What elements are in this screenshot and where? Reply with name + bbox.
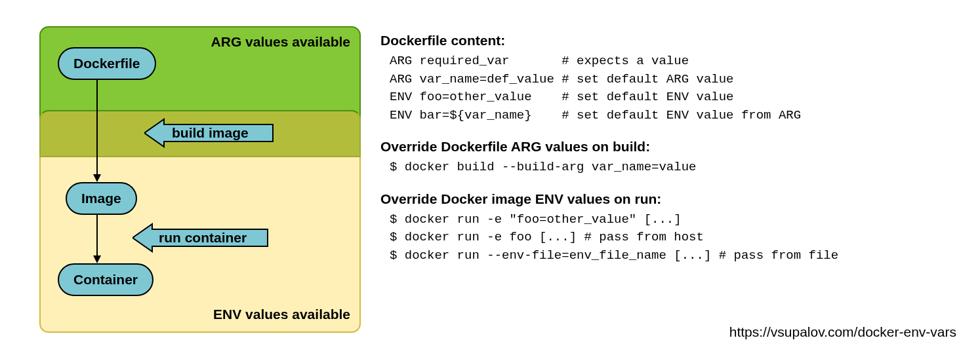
node-image: Image [66, 182, 137, 215]
code-dockerfile-content: ARG required_var # expects a value ARG v… [390, 52, 951, 124]
node-label: Container [73, 272, 138, 288]
source-url: https://vsupalov.com/docker-env-vars [729, 324, 956, 340]
env-scope-label: ENV values available [213, 307, 350, 322]
arg-scope-label: ARG values available [211, 34, 350, 50]
heading-dockerfile-content: Dockerfile content: [380, 33, 951, 48]
callout-run-label: run container [159, 230, 247, 245]
svg-marker-1 [93, 174, 101, 182]
svg-marker-3 [93, 255, 101, 263]
diagram-area: ENV values available ARG values availabl… [39, 26, 361, 334]
code-override-build: $ docker build --build-arg var_name=valu… [390, 159, 951, 177]
callout-run-container: run container [133, 223, 270, 253]
arrow-image-to-container [91, 215, 104, 265]
node-label: Image [81, 191, 121, 206]
text-area: Dockerfile content: ARG required_var # e… [380, 33, 951, 265]
arrow-dockerfile-to-image [91, 80, 104, 183]
node-dockerfile: Dockerfile [58, 47, 156, 80]
callout-build-image: build image [144, 118, 276, 148]
heading-override-run: Override Docker image ENV values on run: [380, 191, 951, 207]
callout-build-label: build image [172, 125, 249, 140]
code-override-run: $ docker run -e "foo=other_value" [...] … [390, 211, 951, 265]
node-label: Dockerfile [73, 56, 140, 71]
node-container: Container [58, 263, 153, 296]
heading-override-build: Override Dockerfile ARG values on build: [380, 139, 951, 155]
